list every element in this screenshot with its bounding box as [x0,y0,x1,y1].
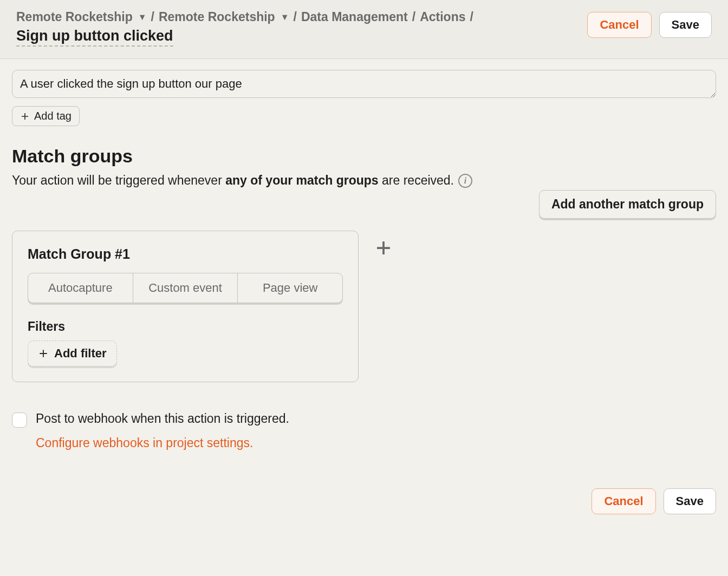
add-filter-label: Add filter [54,346,107,361]
add-filter-button[interactable]: Add filter [28,341,117,366]
match-group-card-title: Match Group #1 [28,246,343,262]
webhook-row: Post to webhook when this action is trig… [12,411,716,450]
cancel-button[interactable]: Cancel [587,12,651,38]
breadcrumb-label: Remote Rocketship [16,10,133,24]
breadcrumb-item-org[interactable]: Remote Rocketship ▼ [16,10,147,24]
breadcrumb-label: Data Management [301,10,408,24]
add-tag-label: Add tag [34,110,72,122]
subtitle-pre: Your action will be triggered whenever [12,173,225,187]
filters-title: Filters [28,319,343,334]
tab-autocapture[interactable]: Autocapture [28,273,133,303]
chevron-down-icon: ▼ [281,12,289,22]
webhook-label: Post to webhook when this action is trig… [36,411,289,426]
header: Remote Rocketship ▼ / Remote Rocketship … [0,0,728,59]
add-group-plus-button[interactable] [374,238,393,260]
event-type-tabs: Autocapture Custom event Page view [28,273,343,303]
breadcrumb-item-section[interactable]: Data Management [301,10,408,24]
info-icon[interactable]: i [458,174,472,188]
add-match-group-button[interactable]: Add another match group [539,190,716,219]
match-groups-list: Match Group #1 Autocapture Custom event … [12,231,716,382]
cancel-button[interactable]: Cancel [592,488,655,514]
breadcrumb-separator: / [151,10,154,24]
breadcrumb-label: Actions [420,10,465,24]
subtitle-bold: any of your match groups [225,173,378,187]
add-tag-button[interactable]: Add tag [12,106,80,126]
tab-custom-event[interactable]: Custom event [133,273,238,303]
content: Add tag Match groups Your action will be… [0,59,728,536]
breadcrumb-separator: / [470,10,473,24]
footer-actions: Cancel Save [12,488,716,514]
save-button[interactable]: Save [659,12,712,38]
save-button[interactable]: Save [664,488,716,514]
description-input[interactable] [12,70,716,98]
match-groups-title: Match groups [12,146,716,167]
chevron-down-icon: ▼ [138,12,147,22]
breadcrumb-label: Remote Rocketship [159,10,275,24]
match-group-card: Match Group #1 Autocapture Custom event … [12,231,359,382]
match-groups-subtitle: Your action will be triggered whenever a… [12,173,716,188]
page-title[interactable]: Sign up button clicked [16,28,173,47]
header-actions: Cancel Save [587,12,712,38]
plus-icon [20,112,30,121]
breadcrumb-separator: / [412,10,415,24]
subtitle-post: are received. [379,173,454,187]
breadcrumb-item-project[interactable]: Remote Rocketship ▼ [159,10,289,24]
plus-icon [38,348,49,359]
webhook-checkbox[interactable] [12,413,27,428]
breadcrumb-item-actions[interactable]: Actions [420,10,465,24]
breadcrumb-separator: / [294,10,297,24]
tab-page-view[interactable]: Page view [238,273,342,303]
configure-webhooks-link[interactable]: Configure webhooks in project settings. [36,436,289,450]
